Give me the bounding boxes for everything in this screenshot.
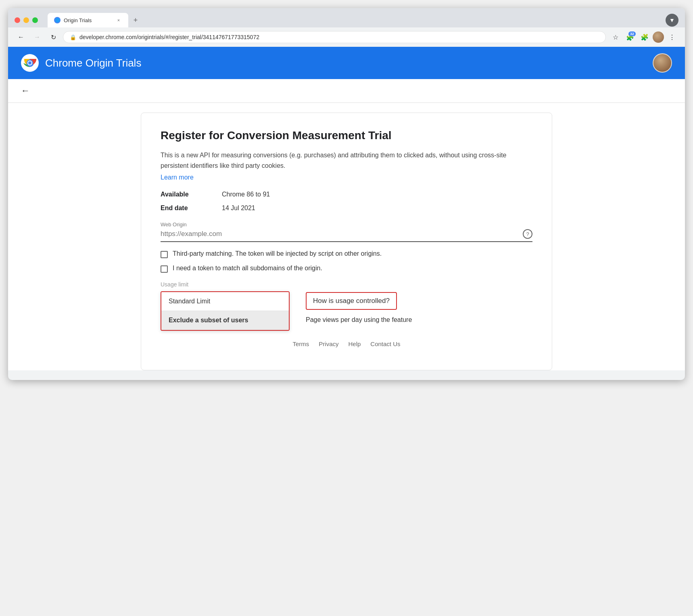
third-party-checkbox[interactable] xyxy=(161,251,168,258)
dropdown-option-exclude[interactable]: Exclude a subset of users xyxy=(161,311,289,330)
help-icon[interactable]: ? xyxy=(523,229,532,239)
back-row: ← xyxy=(8,79,685,103)
reload-button[interactable]: ↻ xyxy=(47,31,60,44)
page-footer: Terms Privacy Help Contact Us xyxy=(161,331,532,357)
tab-bar: 🌐 Origin Trials × + xyxy=(48,13,661,27)
maximize-window-button[interactable] xyxy=(32,17,38,23)
help-link[interactable]: Help xyxy=(348,340,361,347)
end-date-label: End date xyxy=(161,205,209,212)
web-origin-field: Web Origin ? xyxy=(161,221,532,242)
close-window-button[interactable] xyxy=(15,17,20,23)
minimize-window-button[interactable] xyxy=(23,17,29,23)
site-header: Chrome Origin Trials xyxy=(8,47,685,79)
more-button[interactable]: ⋮ xyxy=(666,31,678,44)
footer-links: Terms Privacy Help Contact Us xyxy=(170,340,523,347)
page-title: Register for Conversion Measurement Tria… xyxy=(161,129,532,142)
privacy-link[interactable]: Privacy xyxy=(319,340,338,347)
site-title: Chrome Origin Trials xyxy=(45,57,141,69)
subdomain-checkbox[interactable] xyxy=(161,265,168,273)
checkbox2-label: I need a token to match all subdomains o… xyxy=(173,265,322,272)
learn-more-link[interactable]: Learn more xyxy=(161,174,194,181)
page-back-button[interactable]: ← xyxy=(18,84,33,98)
dropdown-divider-2 xyxy=(161,330,289,330)
main-card: Register for Conversion Measurement Tria… xyxy=(141,113,552,370)
usage-question: How is usage controlled? xyxy=(306,292,397,310)
contact-link[interactable]: Contact Us xyxy=(370,340,400,347)
usage-dropdown-container: Usage limit Standard Limit Exclude a sub… xyxy=(161,281,290,331)
nav-right: ☆ 🧩 32 🧩 ⋮ xyxy=(609,31,678,44)
card-description: This is a new API for measuring conversi… xyxy=(161,150,532,171)
bookmark-button[interactable]: ☆ xyxy=(609,31,622,44)
checkbox-row-1: Third-party matching. The token will be … xyxy=(161,250,532,258)
usage-description: Page views per day using the feature xyxy=(306,316,532,324)
browser-menu-button[interactable]: ▼ xyxy=(666,14,678,27)
end-date-row: End date 14 Jul 2021 xyxy=(161,205,532,212)
checkboxes: Third-party matching. The token will be … xyxy=(161,250,532,273)
back-button[interactable]: ← xyxy=(15,31,27,44)
nav-bar: ← → ↻ 🔒 developer.chrome.com/origintrial… xyxy=(8,27,685,47)
avatar[interactable] xyxy=(653,31,664,43)
web-origin-input[interactable] xyxy=(161,230,523,238)
browser-window: 🌐 Origin Trials × + ▼ ← → ↻ 🔒 developer.… xyxy=(8,8,685,380)
tab-title: Origin Trials xyxy=(64,17,92,23)
partially-hidden-text: Usage limit xyxy=(161,281,290,289)
puzzle-button[interactable]: 🧩 xyxy=(638,31,651,44)
tab-close-button[interactable]: × xyxy=(115,17,122,23)
available-row: Available Chrome 86 to 91 xyxy=(161,191,532,198)
web-origin-label: Web Origin xyxy=(161,221,532,228)
dropdown-option-standard[interactable]: Standard Limit xyxy=(161,292,289,311)
web-origin-input-row: ? xyxy=(161,229,532,242)
terms-link[interactable]: Terms xyxy=(292,340,309,347)
svg-point-4 xyxy=(28,61,31,65)
new-tab-button[interactable]: + xyxy=(130,15,141,26)
usage-section: Usage limit Standard Limit Exclude a sub… xyxy=(161,281,532,331)
available-value: Chrome 86 to 91 xyxy=(222,191,270,198)
page-content: Chrome Origin Trials ← Register for Conv… xyxy=(8,47,685,370)
user-avatar-header[interactable] xyxy=(653,53,672,73)
forward-button[interactable]: → xyxy=(31,31,44,44)
title-bar: 🌐 Origin Trials × + ▼ xyxy=(8,8,685,27)
url-text: developer.chrome.com/origintrials/#/regi… xyxy=(79,34,259,40)
usage-right: How is usage controlled? Page views per … xyxy=(306,281,532,324)
checkbox-row-2: I need a token to match all subdomains o… xyxy=(161,265,532,273)
usage-dropdown[interactable]: Standard Limit Exclude a subset of users xyxy=(161,291,290,331)
available-label: Available xyxy=(161,191,209,198)
lock-icon: 🔒 xyxy=(70,34,76,40)
usage-limit-partial-text: Usage limit xyxy=(161,281,188,288)
window-controls xyxy=(15,17,38,23)
site-header-left: Chrome Origin Trials xyxy=(21,54,141,72)
address-bar[interactable]: 🔒 developer.chrome.com/origintrials/#/re… xyxy=(63,31,606,43)
checkbox1-label: Third-party matching. The token will be … xyxy=(173,250,382,257)
usage-row: Usage limit Standard Limit Exclude a sub… xyxy=(161,281,532,331)
badge-count: 32 xyxy=(628,31,636,36)
tab-globe-icon: 🌐 xyxy=(54,17,61,23)
info-table: Available Chrome 86 to 91 End date 14 Ju… xyxy=(161,191,532,212)
end-date-value: 14 Jul 2021 xyxy=(222,205,255,212)
browser-tab[interactable]: 🌐 Origin Trials × xyxy=(48,13,128,27)
extension-button[interactable]: 🧩 32 xyxy=(624,31,637,44)
chrome-logo-icon xyxy=(21,54,39,72)
